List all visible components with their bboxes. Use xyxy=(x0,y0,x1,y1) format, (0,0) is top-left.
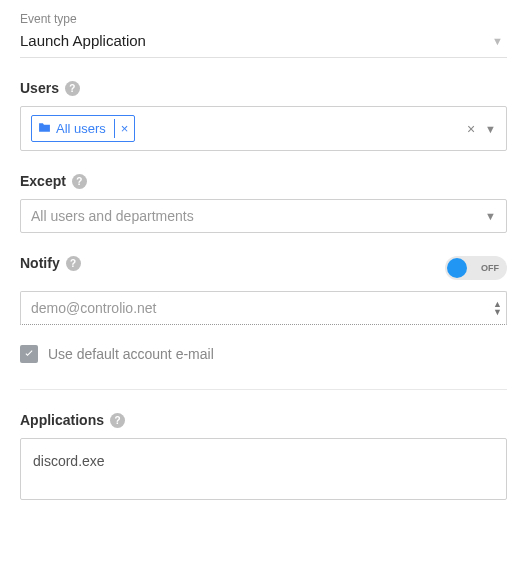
default-email-checkbox[interactable] xyxy=(20,345,38,363)
notify-label-text: Notify xyxy=(20,255,60,271)
notify-section: Notify ? OFF demo@controlio.net ▲ ▼ Use … xyxy=(20,255,507,363)
spinner-down-icon[interactable]: ▼ xyxy=(493,308,502,316)
applications-value: discord.exe xyxy=(33,453,105,469)
default-email-label: Use default account e-mail xyxy=(48,346,214,362)
notify-email-input[interactable]: demo@controlio.net ▲ ▼ xyxy=(20,291,507,325)
except-label: Except ? xyxy=(20,173,507,189)
notify-label: Notify ? xyxy=(20,255,81,271)
event-type-value: Launch Application xyxy=(20,32,146,49)
toggle-knob xyxy=(447,258,467,278)
default-email-row[interactable]: Use default account e-mail xyxy=(20,345,507,363)
users-label-text: Users xyxy=(20,80,59,96)
folder-icon xyxy=(38,122,51,136)
notify-toggle[interactable]: OFF xyxy=(445,256,507,280)
chip-label: All users xyxy=(56,121,106,136)
except-placeholder: All users and departments xyxy=(31,208,477,224)
applications-input[interactable]: discord.exe xyxy=(20,438,507,500)
users-chip-all: All users × xyxy=(31,115,135,142)
event-type-select[interactable]: Launch Application ▼ xyxy=(20,28,507,58)
users-section: Users ? All users × × ▼ xyxy=(20,80,507,151)
chip-remove-icon[interactable]: × xyxy=(114,119,135,138)
chevron-down-icon[interactable]: ▼ xyxy=(485,123,496,135)
help-icon[interactable]: ? xyxy=(72,174,87,189)
chevron-down-icon[interactable]: ▼ xyxy=(485,210,496,222)
help-icon[interactable]: ? xyxy=(65,81,80,96)
help-icon[interactable]: ? xyxy=(110,413,125,428)
users-controls: × ▼ xyxy=(467,121,496,137)
event-type-label: Event type xyxy=(20,12,507,26)
users-input[interactable]: All users × × ▼ xyxy=(20,106,507,151)
applications-label-text: Applications xyxy=(20,412,104,428)
clear-icon[interactable]: × xyxy=(467,121,475,137)
event-type-field: Event type Launch Application ▼ xyxy=(20,12,507,58)
except-input[interactable]: All users and departments ▼ xyxy=(20,199,507,233)
except-section: Except ? All users and departments ▼ xyxy=(20,173,507,233)
chevron-down-icon: ▼ xyxy=(492,35,507,47)
divider xyxy=(20,389,507,390)
notify-email-value: demo@controlio.net xyxy=(31,300,157,316)
except-label-text: Except xyxy=(20,173,66,189)
applications-label: Applications ? xyxy=(20,412,507,428)
applications-section: Applications ? discord.exe xyxy=(20,412,507,500)
toggle-state-label: OFF xyxy=(481,263,499,273)
help-icon[interactable]: ? xyxy=(66,256,81,271)
email-spinner: ▲ ▼ xyxy=(493,300,502,316)
users-label: Users ? xyxy=(20,80,507,96)
